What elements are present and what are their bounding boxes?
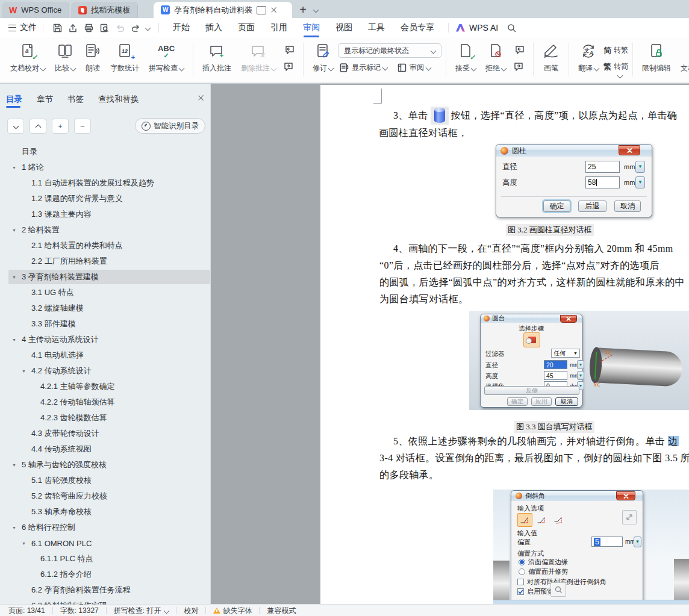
toc-item[interactable]: ▼ 3.2 螺旋轴建模 bbox=[0, 300, 210, 316]
toc-expand-icon[interactable]: ▼ bbox=[12, 463, 22, 467]
proofread-button[interactable]: a ✓ 文档校对 bbox=[5, 43, 50, 73]
markup-state-dropdown[interactable]: 显示标记的最终状态 bbox=[338, 43, 441, 58]
toc-item[interactable]: ▼ 4.1 电动机选择 bbox=[0, 347, 210, 363]
proofread-status-button[interactable]: 校对 bbox=[176, 606, 205, 616]
toc-item[interactable]: ▼ 4.2.1 主轴等参数确定 bbox=[0, 379, 210, 394]
restrict-edit-button[interactable]: 限制编辑 bbox=[637, 43, 676, 73]
search-icon[interactable] bbox=[504, 21, 519, 34]
word-count-indicator[interactable]: 字数: 13327 bbox=[53, 606, 106, 616]
pop-window-icon[interactable] bbox=[257, 6, 266, 14]
toc-item[interactable]: ▼ 6.2 孕育剂给料装置任务流程 bbox=[0, 582, 210, 598]
toc-item[interactable]: ▼ 6 给料行程控制 bbox=[0, 520, 210, 535]
toc-item[interactable]: ▼ 4.4 传动系统视图 bbox=[0, 441, 210, 457]
to-simplified-button[interactable]: 繁 转简 bbox=[603, 61, 628, 72]
menu-item[interactable]: 会员专享 bbox=[393, 18, 442, 37]
tab-wps-home[interactable]: W WPS Office bbox=[2, 2, 69, 18]
sidebar-tab[interactable]: 章节 bbox=[37, 90, 53, 109]
menu-item[interactable]: 插入 bbox=[198, 18, 230, 37]
spellcheck-toggle[interactable]: 拼写检查: 打开 bbox=[107, 606, 176, 616]
toc-item[interactable]: ▼ 1 绪论 bbox=[0, 160, 210, 175]
file-menu-button[interactable]: 文件 bbox=[8, 22, 37, 33]
show-markup-button[interactable]: 显示标记 bbox=[339, 63, 387, 73]
zoom-out-toc-button[interactable]: − bbox=[74, 119, 91, 134]
tab-list-chevron-icon[interactable] bbox=[313, 7, 319, 13]
quickbar-chevron-icon[interactable] bbox=[145, 25, 151, 31]
toc-item[interactable]: ▼ 4.2 传动系统设计 bbox=[0, 363, 210, 379]
expand-all-button[interactable] bbox=[7, 119, 24, 134]
previous-change-icon[interactable] bbox=[512, 44, 526, 56]
close-sidebar-icon[interactable] bbox=[198, 95, 204, 101]
toc-item[interactable]: ▼ 4.3 皮带轮传动设计 bbox=[0, 426, 210, 441]
word-count-button[interactable]: 12 + 字数统计 bbox=[105, 43, 144, 73]
next-change-icon[interactable] bbox=[512, 61, 526, 73]
pen-button[interactable]: 画笔 bbox=[538, 43, 564, 73]
sidebar-tab[interactable]: 书签 bbox=[67, 90, 84, 109]
track-changes-button[interactable]: 修订 bbox=[308, 43, 338, 73]
toc-item[interactable]: ▼ 5.2 齿轮弯曲应力校核 bbox=[0, 488, 210, 504]
sidebar-tab[interactable]: 查找和替换 bbox=[98, 90, 139, 109]
previous-comment-icon[interactable] bbox=[282, 44, 296, 56]
toc-item[interactable]: ▼ 4 主传动运动系统设计 bbox=[0, 332, 210, 347]
toc-expand-icon[interactable]: ▼ bbox=[12, 338, 22, 342]
menu-item[interactable]: 审阅 bbox=[295, 18, 328, 37]
toc-item[interactable]: ▼ 5 轴承与齿轮的强度校核 bbox=[0, 457, 210, 473]
menu-item[interactable]: 开始 bbox=[165, 18, 198, 37]
undo-button[interactable] bbox=[113, 21, 127, 34]
redo-button[interactable] bbox=[128, 21, 143, 34]
new-tab-button[interactable]: + bbox=[299, 4, 307, 18]
missing-font-warning[interactable]: 缺失字体 bbox=[206, 606, 259, 616]
toc-item[interactable]: ▼ 6.1.2 指令介绍 bbox=[0, 567, 210, 582]
menu-item[interactable]: 页面 bbox=[230, 18, 263, 37]
toc-item[interactable]: ▼ 2.1 给料装置的种类和特点 bbox=[0, 238, 210, 254]
menu-item[interactable]: 引用 bbox=[263, 18, 295, 37]
translate-button[interactable]: 文 A 翻译 bbox=[573, 43, 603, 73]
toc-expand-icon[interactable]: ▼ bbox=[12, 275, 22, 279]
review-pane-button[interactable]: 审阅 bbox=[397, 63, 431, 73]
print-button[interactable] bbox=[81, 21, 96, 34]
delete-comment-button[interactable]: ✕ 删除批注 bbox=[236, 43, 281, 73]
sidebar-tab[interactable]: 目录 bbox=[6, 90, 22, 109]
toc-item[interactable]: ▼ 5.3 轴承寿命校核 bbox=[0, 504, 210, 520]
reject-button[interactable]: 拒绝 bbox=[481, 43, 511, 73]
zoom-in-toc-button[interactable]: + bbox=[52, 119, 69, 134]
to-traditional-button[interactable]: 简 转繁 bbox=[603, 45, 628, 55]
toc-item[interactable]: ▼ 4.2.3 齿轮模数估算 bbox=[0, 410, 210, 426]
spell-check-button[interactable]: ABC ✓ 拼写检查 bbox=[144, 43, 189, 73]
toc-item[interactable]: ▼ 6.1.1 PLC 特点 bbox=[0, 551, 210, 567]
menu-item[interactable]: 视图 bbox=[328, 18, 360, 37]
accept-button[interactable]: ✓ 接受 bbox=[450, 43, 481, 73]
toc-item[interactable]: ▼ 2 给料装置 bbox=[0, 222, 210, 238]
print-preview-button[interactable] bbox=[97, 21, 111, 34]
next-comment-icon[interactable] bbox=[282, 61, 296, 73]
save-button[interactable] bbox=[50, 21, 64, 34]
toc-item[interactable]: ▼ 目录 bbox=[0, 144, 210, 160]
toc-item[interactable]: ▼ 1.3 课题主要内容 bbox=[0, 207, 210, 222]
document-canvas[interactable]: 3、单击 按钮，选择“直径，高度”项，以原点为起点，单击确 画圆柱直径对话框， … bbox=[211, 84, 689, 605]
insert-comment-button[interactable]: + 插入批注 bbox=[198, 43, 236, 73]
export-button[interactable] bbox=[66, 21, 80, 34]
tab-docer-template[interactable]: 找稻壳模板 bbox=[71, 2, 138, 18]
toc-expand-icon[interactable]: ▼ bbox=[12, 526, 22, 530]
toc-item[interactable]: ▼ 3.3 部件建模 bbox=[0, 316, 210, 332]
toc-item[interactable]: ▼ 3 孕育剂给料装置建模 bbox=[0, 269, 210, 285]
menu-item[interactable]: 工具 bbox=[360, 18, 393, 37]
collapse-all-button[interactable] bbox=[30, 119, 46, 134]
wps-ai-button[interactable]: WPS AI bbox=[456, 23, 498, 33]
document-page[interactable]: 3、单击 按钮，选择“直径，高度”项，以原点为起点，单击确 画圆柱直径对话框， … bbox=[320, 85, 689, 605]
toc-expand-icon[interactable]: ▼ bbox=[12, 166, 22, 170]
toc-item[interactable]: ▼ 1.2 课题的研究背景与意义 bbox=[0, 191, 210, 207]
toc-expand-icon[interactable]: ▼ bbox=[12, 228, 22, 232]
encrypt-document-button[interactable]: 文档加密 bbox=[676, 43, 689, 73]
smart-toc-button[interactable]: 智能识别目录 bbox=[135, 118, 205, 134]
toc-item[interactable]: ▼ 6.1 OMRON PLC bbox=[0, 535, 210, 551]
tab-document-active[interactable]: W 孕育剂给料自动进料装置设计 bbox=[154, 2, 292, 18]
compare-button[interactable]: 比较 bbox=[50, 43, 80, 73]
toc-item[interactable]: ▼ 4.2.2 传动轴轴颈估算 bbox=[0, 394, 210, 410]
toc-expand-icon[interactable]: ▼ bbox=[22, 369, 31, 373]
close-tab-icon[interactable] bbox=[270, 7, 277, 13]
toc-item[interactable]: ▼ 2.2 工厂所用给料装置 bbox=[0, 254, 210, 269]
read-aloud-button[interactable]: 朗读 bbox=[80, 43, 105, 73]
toc-item[interactable]: ▼ 1.1 自动进料装置的发展过程及趋势 bbox=[0, 175, 210, 191]
toc-item[interactable]: ▼ 5.1 齿轮强度校核 bbox=[0, 473, 210, 488]
toc-item[interactable]: ▼ 3.1 UG 特点 bbox=[0, 285, 210, 300]
